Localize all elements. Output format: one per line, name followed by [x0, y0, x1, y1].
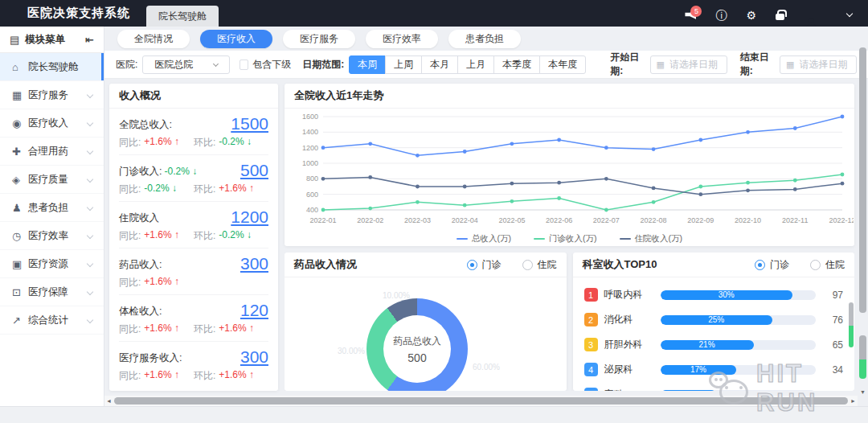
horizontal-scrollbar: ◄ ►: [104, 396, 858, 406]
range-本周[interactable]: 本周: [349, 55, 386, 74]
dept-name: 泌尿科: [604, 363, 654, 376]
chevron-down-icon[interactable]: [846, 10, 853, 17]
radio-outpatient-label: 门诊: [770, 258, 789, 272]
include-subordinate-checkbox[interactable]: [240, 60, 248, 70]
chevron-down-icon: [87, 120, 93, 126]
chevron-down-icon: [213, 60, 219, 66]
stat-value-link[interactable]: 1200: [231, 207, 268, 227]
end-date-input[interactable]: ▦ 请选择日期: [780, 55, 857, 74]
lock-button[interactable]: [776, 9, 784, 22]
svg-text:2022-04: 2022-04: [452, 216, 478, 224]
vertical-scrollbar-thumb-secondary[interactable]: [859, 335, 866, 379]
topbar-icons: 5 ⓘ ⚙: [685, 9, 855, 22]
stat-value-link[interactable]: 300: [240, 347, 268, 367]
range-上月[interactable]: 上月: [457, 55, 494, 74]
legend-item-住院收入(万)[interactable]: 住院收入(万): [620, 233, 683, 244]
dept-bar-track: 17%: [661, 365, 817, 375]
end-date-placeholder: 请选择日期: [799, 58, 847, 72]
sidebar-item-medical-service[interactable]: ▦医疗服务: [0, 81, 104, 109]
chevron-down-icon: [87, 317, 93, 323]
notification-badge: 5: [690, 6, 702, 17]
radio-inpatient[interactable]: 住院: [810, 258, 845, 272]
overview-row-label-wrap: 体检收入:: [119, 303, 162, 318]
chevron-down-icon: [87, 148, 93, 154]
stat-inline-note: -0.2% ↓: [164, 166, 197, 177]
scroll-down-arrow[interactable]: ▼: [860, 389, 866, 395]
overview-row-deltas: 同比:+1.6% ↑环比:+1.6% ↑: [119, 369, 268, 383]
range-本月[interactable]: 本月: [421, 55, 458, 74]
range-上周[interactable]: 上周: [385, 55, 422, 74]
dept-top10-toggles: 门诊 住院: [755, 258, 845, 272]
stat-label: 门诊收入:: [119, 166, 162, 177]
sidebar-item-rational-medication[interactable]: ✚合理用药: [0, 138, 104, 166]
notifications-button[interactable]: 5: [685, 10, 696, 21]
module-menu-label: 模块菜单: [25, 33, 85, 47]
top10-row: 3肝胆外科21%65: [573, 332, 855, 357]
overview-row-deltas: 同比:-0.2% ↓环比:+1.6% ↑: [119, 183, 268, 196]
start-date-input[interactable]: ▦ 请选择日期: [650, 55, 727, 74]
dept-bar-percent: 21%: [699, 340, 715, 349]
menu-grid-icon: ▤: [10, 34, 19, 46]
scroll-right-arrow[interactable]: ►: [850, 398, 856, 404]
drug-income-card: 药品收入情况 门诊 住院 1: [285, 253, 567, 391]
tab-医疗效率[interactable]: 医疗效率: [366, 30, 438, 48]
settings-button[interactable]: ⚙: [746, 10, 756, 21]
line-chart-legend: 总收入(万)门诊收入(万)住院收入(万): [291, 232, 848, 245]
radio-outpatient[interactable]: 门诊: [467, 258, 502, 272]
overview-row-label-wrap: 门诊收入:-0.2% ↓: [119, 163, 197, 179]
vertical-scrollbar-thumb[interactable]: [859, 47, 866, 313]
delta-label: 同比:: [119, 183, 141, 196]
svg-text:2022-05: 2022-05: [498, 216, 525, 224]
overview-row-top: 医疗服务收入:300: [119, 347, 268, 367]
stat-value-link[interactable]: 300: [240, 254, 268, 273]
tab-全院情况[interactable]: 全院情况: [117, 30, 190, 48]
radio-outpatient[interactable]: 门诊: [755, 258, 789, 272]
sidebar-item-label: 合理用药: [28, 145, 88, 158]
scroll-left-arrow[interactable]: ◄: [106, 398, 112, 404]
sidebar-item-medical-efficiency[interactable]: ◷医疗效率: [0, 222, 104, 250]
sidebar-item-medical-quality[interactable]: ◈医疗质量: [0, 166, 104, 194]
range-本季度[interactable]: 本季度: [493, 55, 540, 74]
horizontal-scrollbar-thumb[interactable]: [114, 397, 848, 405]
sidebar-item-patient-burden[interactable]: ♟患者负担: [0, 194, 104, 222]
delta-label: 同比:: [119, 229, 141, 243]
overview-row-top: 全院总收入:1500: [119, 114, 268, 133]
tab-医疗服务[interactable]: 医疗服务: [283, 30, 355, 48]
sidebar-item-medical-insurance[interactable]: ⊡医疗保障: [0, 278, 104, 306]
sidebar-item-medical-revenue[interactable]: ◉医疗收入: [0, 109, 104, 138]
sidebar-item-comprehensive-stats[interactable]: ↗综合统计: [0, 306, 104, 335]
top-tabs: 全院情况医疗收入医疗服务医疗效率患者负担: [104, 27, 868, 51]
chart-line-icon: ↗: [12, 314, 28, 326]
tab-患者负担[interactable]: 患者负担: [448, 30, 521, 48]
app-title: 医院决策支持系统: [27, 6, 130, 21]
tab-dashboard-window[interactable]: 院长驾驶舱: [146, 6, 219, 27]
dept-bar-percent: 25%: [708, 315, 724, 324]
delta: 同比:+1.6% ↑: [119, 369, 194, 383]
svg-text:2022-12: 2022-12: [829, 216, 854, 224]
hospital-select-value: 医院总院: [154, 58, 193, 72]
drug-income-title: 药品收入情况: [294, 257, 357, 272]
legend-item-总收入(万)[interactable]: 总收入(万): [457, 233, 511, 244]
sidebar-item-dashboard[interactable]: ⌂院长驾驶舱: [0, 53, 104, 81]
collapse-sidebar-icon[interactable]: ⇤: [85, 34, 94, 46]
overview-row-label-wrap: 药品收入:: [119, 257, 162, 272]
range-本年度[interactable]: 本年度: [539, 55, 586, 74]
overview-row-label-wrap: 医疗服务收入:: [119, 350, 182, 365]
sidebar: ▤ 模块菜单 ⇤ ⌂院长驾驶舱▦医疗服务◉医疗收入✚合理用药◈医疗质量♟患者负担…: [0, 27, 104, 406]
sidebar-item-medical-resources[interactable]: ▣医疗资源: [0, 250, 104, 278]
home-icon: ⌂: [12, 61, 28, 73]
stat-value-link[interactable]: 1500: [231, 114, 268, 133]
legend-item-门诊收入(万)[interactable]: 门诊收入(万): [534, 233, 597, 244]
stat-value-link[interactable]: 120: [240, 301, 268, 320]
stat-value-link[interactable]: 500: [240, 161, 268, 180]
radio-inpatient[interactable]: 住院: [522, 258, 557, 272]
info-button[interactable]: ⓘ: [715, 10, 727, 21]
delta-label: 环比:: [194, 322, 215, 336]
briefcase-icon: ⊡: [12, 286, 28, 298]
lock-icon: [776, 14, 784, 20]
tab-医疗收入[interactable]: 医疗收入: [200, 30, 272, 48]
chevron-down-icon: [87, 289, 93, 295]
hospital-select[interactable]: 医院总院: [142, 55, 230, 74]
sidebar-item-label: 医疗保障: [28, 285, 88, 299]
inner-scrollbar-thumb[interactable]: [849, 302, 854, 347]
